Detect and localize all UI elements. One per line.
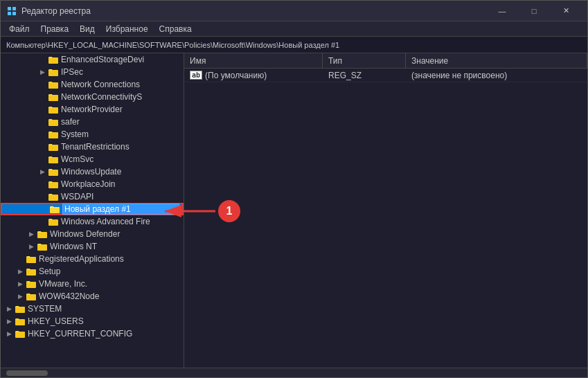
tree-label-system2: SYSTEM	[28, 304, 181, 314]
tree-item-setup[interactable]: ▶ Setup	[1, 265, 184, 278]
folder-icon-system2	[15, 303, 26, 314]
expand-wow[interactable]: ▶	[15, 290, 26, 303]
folder-icon-winupdate	[48, 166, 59, 177]
tree-label-networkconnectivitys: NetworkConnectivityS	[61, 92, 181, 102]
tree-item-enhancedstorage[interactable]: EnhancedStorageDevi	[1, 53, 184, 66]
window-controls: — □ ✕	[486, 1, 582, 21]
menu-help[interactable]: Справка	[154, 23, 197, 35]
tree-label-workplacejoin: WorkplaceJoin	[61, 179, 181, 189]
expand-hkeycurrentconfig[interactable]: ▶	[3, 327, 15, 340]
expand-setup[interactable]: ▶	[15, 265, 26, 278]
svg-rect-25	[15, 319, 25, 325]
svg-rect-21	[26, 269, 36, 276]
folder-icon-vmware	[26, 278, 37, 289]
detail-name-text: (По умолчанию)	[205, 71, 267, 80]
address-bar: Компьютер\HKEY_LOCAL_MACHINE\SOFTWARE\Po…	[1, 37, 587, 53]
expand-winupdate[interactable]: ▶	[37, 165, 48, 178]
menu-file[interactable]: Файл	[3, 23, 35, 35]
svg-rect-18	[37, 232, 47, 238]
folder-icon-winadvanced	[48, 216, 59, 227]
address-path[interactable]: Компьютер\HKEY_LOCAL_MACHINE\SOFTWARE\Po…	[6, 41, 339, 49]
tree-item-vmware[interactable]: ▶ VMware, Inc.	[1, 278, 184, 290]
tree-label-vmware: VMware, Inc.	[39, 279, 181, 289]
svg-rect-26	[15, 332, 25, 338]
folder-icon	[48, 54, 59, 65]
tree-label-safer: safer	[61, 117, 181, 127]
expand-winnt[interactable]: ▶	[26, 240, 37, 253]
tree-label-system: System	[61, 129, 181, 139]
expand-ipsec[interactable]: ▶	[37, 66, 48, 78]
tree-item-safer[interactable]: safer	[1, 116, 184, 128]
close-button[interactable]: ✕	[550, 1, 582, 21]
expand-regapps	[15, 253, 26, 265]
tree-item-system[interactable]: System	[1, 128, 184, 141]
tree-item-hkeycurrentconfig[interactable]: ▶ HKEY_CURRENT_CONFIG	[1, 327, 184, 340]
menu-bar: Файл Правка Вид Избранное Справка	[1, 21, 587, 37]
detail-cell-value: (значение не присвоено)	[406, 69, 587, 82]
tree-item-workplacejoin[interactable]: WorkplaceJoin	[1, 178, 184, 190]
detail-row[interactable]: ab (По умолчанию) REG_SZ (значение не пр…	[184, 69, 587, 82]
menu-edit[interactable]: Правка	[35, 23, 75, 35]
window-title: Редактор реестра	[21, 6, 486, 16]
tree-item-hkeyusers[interactable]: ▶ HKEY_USERS	[1, 315, 184, 327]
tree-item-networkconnections[interactable]: Network Connections	[1, 78, 184, 91]
minimize-button[interactable]: —	[486, 1, 518, 21]
tree-label-registeredapps: RegisteredApplications	[39, 254, 181, 264]
tree-item-wsdapi[interactable]: WSDAPI	[1, 190, 184, 203]
tree-item-system2[interactable]: ▶ SYSTEM	[1, 303, 184, 315]
tree-item-ipsec[interactable]: ▶ IPSec	[1, 66, 184, 78]
tree-item-windowsupdate[interactable]: ▶ WindowsUpdate	[1, 165, 184, 178]
tree-label-windowsupdate: WindowsUpdate	[61, 167, 181, 177]
maximize-button[interactable]: □	[518, 1, 550, 21]
tree-item-windowsdefender[interactable]: ▶ Windows Defender	[1, 228, 184, 240]
tree-label-wcmsvc: WcmSvc	[61, 154, 181, 164]
folder-icon-wow	[26, 291, 37, 302]
svg-rect-12	[48, 157, 58, 163]
expand-windefender[interactable]: ▶	[26, 228, 37, 240]
detail-cell-type: REG_SZ	[323, 69, 406, 82]
tree-label-wow6432node: WOW6432Node	[39, 291, 181, 301]
tree-item-registeredapps[interactable]: RegisteredApplications	[1, 253, 184, 265]
folder-icon-safer	[48, 116, 59, 127]
menu-favorites[interactable]: Избранное	[100, 23, 154, 35]
svg-rect-1	[12, 7, 16, 10]
tree-item-wow6432node[interactable]: ▶ WOW6432Node	[1, 290, 184, 303]
tree-label-windowsadvanced: Windows Advanced Fire	[61, 217, 181, 226]
tree-item-windowsnt[interactable]: ▶ Windows NT	[1, 240, 184, 253]
expand-netcs	[37, 91, 48, 103]
horizontal-scrollbar-thumb[interactable]	[6, 370, 48, 376]
tree-item-newkey1[interactable]: Новый раздел #1	[1, 203, 184, 215]
expand-wcmsvc	[37, 153, 48, 165]
expand-vmware[interactable]: ▶	[15, 278, 26, 290]
folder-icon-system	[48, 129, 59, 140]
folder-icon-regapps	[26, 253, 37, 264]
tree-item-wcmsvc[interactable]: WcmSvc	[1, 153, 184, 165]
tree-label-ipsec: IPSec	[61, 67, 181, 77]
col-header-name: Имя	[184, 53, 323, 68]
expand-newkey1	[38, 203, 49, 215]
tree-label-wsdapi: WSDAPI	[61, 192, 181, 201]
tree-item-tenantrestrictions[interactable]: TenantRestrictions	[1, 141, 184, 153]
expand-hkeyusers[interactable]: ▶	[3, 315, 15, 327]
tree-label-tenantrestrictions: TenantRestrictions	[61, 142, 181, 152]
tree-label-windowsdefender: Windows Defender	[50, 229, 181, 239]
tree-label-enhancedstorage: EnhancedStorageDevi	[61, 55, 181, 64]
svg-rect-22	[26, 282, 36, 288]
svg-rect-6	[48, 82, 58, 89]
expand-system	[37, 128, 48, 141]
tree-item-windowsadvanced[interactable]: Windows Advanced Fire	[1, 215, 184, 228]
tree-label-newkey1[interactable]: Новый раздел #1	[62, 204, 179, 215]
folder-icon-setup	[26, 266, 37, 277]
tree-pane[interactable]: EnhancedStorageDevi ▶ IPSec Network Conn…	[1, 53, 184, 368]
folder-icon-newkey1	[49, 204, 60, 215]
expand-netprov	[37, 103, 48, 116]
col-header-value: Значение	[406, 53, 587, 68]
menu-view[interactable]: Вид	[74, 23, 100, 35]
expand-netconn	[37, 78, 48, 91]
expand-system2[interactable]: ▶	[3, 303, 15, 315]
folder-icon-hkeyusers	[15, 316, 26, 327]
folder-icon-wcmsvc	[48, 154, 59, 165]
tree-item-networkprovider[interactable]: NetworkProvider	[1, 103, 184, 116]
tree-item-networkconnectivitys[interactable]: NetworkConnectivityS	[1, 91, 184, 103]
detail-cell-name: ab (По умолчанию)	[184, 69, 323, 82]
